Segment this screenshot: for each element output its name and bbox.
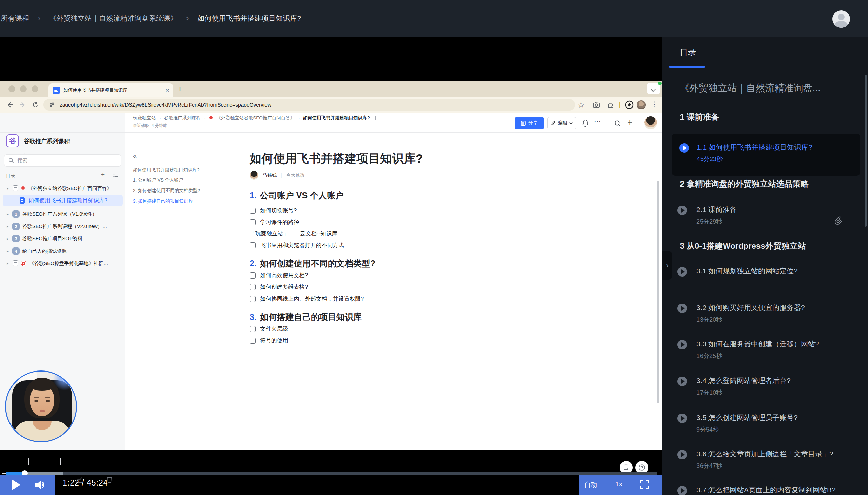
lesson-title[interactable]: 3.6 怎么给文章页加上侧边栏「文章目录」? <box>696 449 856 459</box>
tab-toc[interactable]: 目录 <box>680 47 696 58</box>
toc-scrollbar[interactable] <box>865 75 867 227</box>
site-info-icon[interactable] <box>49 102 55 108</box>
checkbox[interactable] <box>250 284 256 290</box>
progress-track[interactable] <box>63 472 657 475</box>
workspace-icon[interactable]: 谷 <box>6 134 19 147</box>
pushpin-icon[interactable] <box>373 116 378 120</box>
play-icon[interactable] <box>677 340 687 349</box>
outline-item[interactable]: 2. 如何创建使用不同的文档类型? <box>133 188 233 194</box>
lesson-title[interactable]: 3.7 怎么把网站A页面上的内容复制到网站B? <box>696 485 856 495</box>
search-icon[interactable] <box>614 120 621 127</box>
sidebar-item-v1-course[interactable]: ▸ 1 谷歌SEO推广系列课（V1.0课件） <box>0 208 125 220</box>
sidebar-item-resources[interactable]: ▸ 4 给自己人的搞钱资源 <box>0 245 125 257</box>
play-icon[interactable] <box>677 267 687 276</box>
checklist-text: 学习课件的路径 <box>260 219 299 226</box>
caret-right-icon[interactable]: ▸ <box>5 237 10 241</box>
caret-right-icon[interactable]: ▸ <box>5 224 10 229</box>
lesson-title[interactable]: 3.4 怎么登陆网站管理者后台? <box>696 376 856 386</box>
checkbox[interactable] <box>250 242 256 248</box>
forward-icon[interactable] <box>19 101 26 108</box>
window-minimize-button[interactable] <box>20 85 27 92</box>
user-avatar[interactable] <box>832 10 850 28</box>
caret-right-icon[interactable]: ▸ <box>5 261 10 266</box>
play-icon[interactable] <box>677 413 687 423</box>
create-new-icon[interactable]: + <box>627 117 632 127</box>
caret-right-icon[interactable]: ▸ <box>5 249 10 253</box>
author-name[interactable]: 马钱钱 <box>262 172 277 178</box>
back-icon[interactable] <box>7 101 14 108</box>
play-button[interactable] <box>12 480 20 490</box>
checkbox[interactable] <box>250 326 256 332</box>
play-icon[interactable] <box>677 206 687 215</box>
speed-button[interactable]: 1x <box>615 480 622 488</box>
sidebar-collapse-handle[interactable]: › <box>662 251 672 279</box>
reload-icon[interactable] <box>32 101 39 108</box>
new-tab-button[interactable]: + <box>178 85 182 93</box>
lesson-title[interactable]: 3.2 如何购买好用又便宜的服务器? <box>696 303 856 312</box>
crumb-item[interactable]: 谷歌推广系列课程 <box>164 115 201 121</box>
play-icon[interactable] <box>677 450 687 459</box>
video-player[interactable]: 如何使用飞书并搭建项目知识库 ✕ + zaucohp4vzh.feishu.cn… <box>0 37 662 495</box>
lesson-title[interactable]: 3.3 如何在服务器中创建（迁移）网站? <box>696 339 856 349</box>
collapse-outline-icon[interactable]: « <box>133 152 137 160</box>
caret-right-icon[interactable]: ▸ <box>5 212 10 217</box>
camera-icon[interactable] <box>593 101 600 108</box>
outline-item-active[interactable]: 3. 如何搭建自己的项目知识库 <box>133 198 233 204</box>
attachment-icon[interactable] <box>833 215 844 226</box>
fullscreen-button[interactable] <box>640 480 649 489</box>
list-settings-icon[interactable] <box>112 172 119 178</box>
bookmark-star-icon[interactable]: ☆ <box>578 101 585 109</box>
lesson-title[interactable]: 3.5 怎么创建网站管理员子账号? <box>696 413 856 422</box>
sidebar-item-current-doc[interactable]: 如何使用飞书并搭建项目知识库? <box>3 195 123 206</box>
active-lesson-card[interactable]: 1.1 如何使用飞书并搭建项目知识库? 45分23秒 <box>672 134 860 176</box>
add-page-icon[interactable]: + <box>101 171 105 178</box>
doc-scrollbar[interactable] <box>657 181 659 403</box>
progress-buffered[interactable] <box>24 472 63 475</box>
sidebar-item-community[interactable]: ▸ 《谷歌SEO操盘手孵化基地》社群精华 <box>0 257 125 269</box>
play-icon[interactable] <box>677 377 687 386</box>
lesson-title[interactable]: 3.1 如何规划独立站的网站定位? <box>696 266 856 276</box>
progress-played[interactable] <box>6 472 24 475</box>
feishu-user-avatar[interactable] <box>644 116 657 129</box>
crumb-item[interactable]: 《外贸独立站谷歌SEO推广百问百答》 <box>216 115 295 121</box>
sidebar-item-v2-course[interactable]: ▸ 2 谷歌SEO推广系列课程（V2.0 new）持续更... <box>0 220 125 233</box>
crumb-item[interactable]: 玩赚独立站 <box>133 115 156 121</box>
lesson-title[interactable]: 1.1 如何使用飞书并搭建项目知识库? <box>697 142 856 152</box>
window-close-button[interactable] <box>8 85 15 92</box>
play-icon[interactable] <box>677 486 687 495</box>
checkbox[interactable] <box>250 296 256 302</box>
window-zoom-button[interactable] <box>32 85 38 92</box>
bell-icon[interactable] <box>582 119 589 127</box>
tab-close-icon[interactable]: ✕ <box>165 88 169 93</box>
checkbox[interactable] <box>250 272 256 278</box>
checkbox[interactable] <box>250 219 256 225</box>
sidebar-item-qa-wiki[interactable]: ▾ 《外贸独立站谷歌SEO推广百问百答》 <box>0 182 125 194</box>
share-button[interactable]: 分享 <box>515 117 544 129</box>
outline-item[interactable]: 如何使用飞书并搭建项目知识库? <box>133 167 233 173</box>
checkbox[interactable] <box>250 338 256 344</box>
caret-down-icon[interactable]: ▾ <box>5 186 10 191</box>
volume-button[interactable] <box>34 479 47 491</box>
breadcrumb-course[interactable]: 《外贸独立站｜自然流精准询盘系统课》 <box>49 14 177 23</box>
search-input[interactable]: 搜索 <box>4 154 121 167</box>
outline-item[interactable]: 1. 公司账户 VS 个人账户 <box>133 177 233 183</box>
tab-search-button[interactable] <box>647 83 660 94</box>
quality-button[interactable]: 自动 <box>584 480 597 489</box>
download-icon[interactable] <box>624 100 634 109</box>
checkbox[interactable] <box>250 208 256 214</box>
workspace-title[interactable]: 谷歌推广系列课程 <box>24 137 70 145</box>
browser-profile-avatar[interactable] <box>637 100 645 109</box>
browser-tab[interactable]: 如何使用飞书并搭建项目知识库 ✕ <box>49 83 173 97</box>
edit-button[interactable]: 编辑 <box>547 117 577 129</box>
play-icon[interactable] <box>677 304 687 313</box>
browser-menu-icon[interactable]: ⋮ <box>651 100 658 108</box>
play-icon[interactable] <box>679 143 689 153</box>
sidebar-item-sop[interactable]: ▸ 3 谷歌SEO推广项目SOP资料 <box>0 233 125 245</box>
more-icon[interactable]: ⋯ <box>594 117 601 125</box>
section-heading: 3.如何搭建自己的项目知识库 <box>250 311 362 323</box>
breadcrumb-all-courses[interactable]: 所有课程 <box>1 14 29 23</box>
pinned-extension-icon[interactable] <box>619 102 620 108</box>
extensions-icon[interactable] <box>607 101 614 108</box>
address-bar[interactable]: zaucohp4vzh.feishu.cn/wiki/DSZyw8LSiievc… <box>43 99 575 110</box>
lesson-title[interactable]: 2.1 课前准备 <box>696 205 856 215</box>
